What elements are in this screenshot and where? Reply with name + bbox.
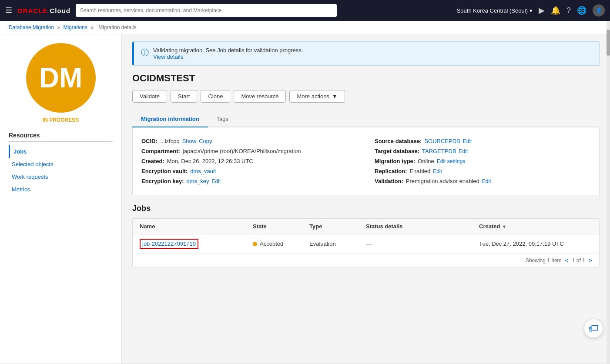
search-input[interactable]: [76, 4, 337, 17]
job-type-value: Evaluation: [309, 240, 336, 247]
col-header-type: Type: [309, 223, 366, 230]
view-details-link[interactable]: View details: [153, 53, 183, 60]
job-state-value: Accepted: [260, 240, 283, 247]
oracle-logo: ORACLE Cloud: [17, 7, 70, 14]
cell-job-type: Evaluation: [309, 240, 366, 247]
help-icon[interactable]: ?: [566, 6, 571, 15]
main-content: ⓘ Validating migration. See Job details …: [122, 34, 610, 364]
col-header-name: Name: [140, 223, 253, 230]
encryption-vault-link[interactable]: dms_vault: [190, 168, 216, 174]
breadcrumb-sep-2: »: [90, 24, 95, 30]
ocid-show-link[interactable]: Show: [182, 138, 197, 144]
avatar-initials: DM: [39, 62, 83, 94]
more-actions-button[interactable]: More actions ▼: [289, 90, 345, 103]
target-db-row: Target database: TARGETPDB Edit: [375, 146, 590, 156]
info-right-column: Source database: SOURCEPDB Edit Target d…: [375, 136, 590, 186]
info-left-column: OCID: ...lzfcpq Show Copy Compartment: j…: [141, 136, 357, 186]
info-banner-body: Validating migration. See Job details fo…: [153, 47, 303, 60]
breadcrumb: Database Migration » Migrations » Migrat…: [0, 21, 610, 34]
region-selector[interactable]: South Korea Central (Seoul) ▾: [457, 7, 533, 14]
breadcrumb-current: Migration details: [98, 24, 136, 30]
jobs-title: Jobs: [132, 204, 600, 213]
resources-title: Resources: [9, 132, 113, 142]
info-grid: OCID: ...lzfcpq Show Copy Compartment: j…: [141, 136, 590, 186]
breadcrumb-database-migration[interactable]: Database Migration: [9, 24, 54, 30]
migration-status: IN PROGRESS: [43, 117, 79, 123]
sidebar-item-metrics[interactable]: Metrics: [9, 183, 113, 196]
chevron-down-icon: ▾: [530, 7, 533, 14]
target-db-edit[interactable]: Edit: [459, 148, 468, 154]
target-db-link[interactable]: TARGETPDB: [422, 148, 456, 154]
main-container: DM IN PROGRESS Resources Jobs Selected o…: [0, 34, 610, 364]
cell-job-status-details: —: [366, 240, 479, 247]
hamburger-menu-icon[interactable]: ☰: [5, 6, 12, 15]
validate-button[interactable]: Validate: [132, 90, 167, 103]
cell-job-created: Tue, Dec 27, 2022, 09:17:19 UTC: [479, 240, 592, 247]
breadcrumb-sep-1: »: [57, 24, 61, 30]
replication-edit[interactable]: Edit: [433, 168, 442, 174]
encryption-key-edit[interactable]: Edit: [212, 178, 221, 184]
chevron-down-icon: ▼: [332, 93, 338, 100]
pagination-prev-icon[interactable]: <: [565, 257, 569, 264]
info-icon: ⓘ: [141, 47, 149, 58]
oracle-text: ORACLE: [17, 7, 47, 14]
compartment-row: Compartment: japacisVprime (root)/KOREA/…: [141, 146, 357, 156]
source-db-link[interactable]: SOURCEPDB: [424, 138, 460, 144]
pagination-showing: Showing 1 Item: [526, 257, 562, 264]
sort-arrow-icon: ▼: [502, 224, 506, 229]
move-resource-button[interactable]: Move resource: [234, 90, 286, 103]
help-widget[interactable]: 🏷: [584, 319, 603, 338]
info-panel: OCID: ...lzfcpq Show Copy Compartment: j…: [132, 127, 600, 195]
sidebar-item-work-requests[interactable]: Work requests: [9, 170, 113, 183]
resources-section: Resources Jobs Selected objects Work req…: [0, 132, 121, 196]
sidebar-item-selected-objects[interactable]: Selected objects: [9, 158, 113, 170]
tabs-bar: Migration information Tags: [132, 111, 600, 127]
scrollbar-track: [607, 21, 610, 364]
scrollbar-thumb[interactable]: [607, 30, 610, 56]
pagination-page-info: 1 of 1: [572, 257, 585, 264]
cell-job-state: Accepted: [253, 240, 309, 247]
encryption-vault-row: Encryption vault: dms_vault: [141, 166, 357, 176]
action-bar: Validate Start Clone Move resource More …: [132, 90, 600, 103]
sidebar-item-jobs[interactable]: Jobs: [9, 145, 113, 158]
table-row: job-20221227091719 Accepted Evaluation —…: [133, 234, 599, 254]
tab-migration-information[interactable]: Migration information: [132, 111, 208, 127]
bell-icon[interactable]: 🔔: [551, 6, 560, 15]
info-banner-message: Validating migration. See Job details fo…: [153, 47, 303, 53]
migration-type-row: Migration type: Online Edit settings: [375, 156, 590, 166]
col-header-created[interactable]: Created ▼: [479, 223, 592, 230]
migration-type-edit-settings[interactable]: Edit settings: [437, 158, 465, 164]
cloud-shell-icon[interactable]: ▶: [539, 6, 545, 15]
jobs-table: Name State Type Status details Created ▼: [132, 218, 600, 268]
replication-row: Replication: Enabled Edit: [375, 166, 590, 176]
page-title: OCIDMSTEST: [132, 73, 600, 84]
job-status-details-value: —: [366, 240, 372, 247]
info-banner: ⓘ Validating migration. See Job details …: [132, 41, 600, 66]
encryption-key-link[interactable]: dms_key: [187, 178, 209, 184]
source-db-row: Source database: SOURCEPDB Edit: [375, 136, 590, 146]
globe-icon[interactable]: 🌐: [577, 6, 587, 15]
job-name-link[interactable]: job-20221227091719: [140, 239, 198, 249]
clone-button[interactable]: Clone: [201, 90, 230, 103]
table-pagination: Showing 1 Item < 1 of 1 >: [133, 254, 599, 267]
topnav-right-section: South Korea Central (Seoul) ▾ ▶ 🔔 ? 🌐 👤: [457, 4, 605, 17]
col-header-state: State: [253, 223, 309, 230]
breadcrumb-migrations[interactable]: Migrations: [63, 24, 87, 30]
validation-row: Validation: Premigration advisor enabled…: [375, 176, 590, 186]
source-db-edit[interactable]: Edit: [463, 138, 472, 144]
table-header: Name State Type Status details Created ▼: [133, 219, 599, 234]
encryption-key-row: Encryption key: dms_key Edit: [141, 176, 357, 186]
start-button[interactable]: Start: [171, 90, 197, 103]
created-row: Created: Mon, Dec 26, 2022, 12:26:33 UTC: [141, 156, 357, 166]
pagination-next-icon[interactable]: >: [589, 257, 592, 264]
job-created-value: Tue, Dec 27, 2022, 09:17:19 UTC: [479, 240, 564, 247]
avatar-circle: DM: [26, 43, 96, 113]
avatar[interactable]: 👤: [593, 4, 605, 17]
ocid-copy-link[interactable]: Copy: [199, 138, 212, 144]
tab-tags[interactable]: Tags: [208, 111, 237, 127]
more-actions-label: More actions: [297, 93, 329, 100]
sidebar: DM IN PROGRESS Resources Jobs Selected o…: [0, 34, 122, 364]
region-label: South Korea Central (Seoul): [457, 7, 528, 14]
col-header-status-details: Status details: [366, 223, 479, 230]
validation-edit[interactable]: Edit: [482, 178, 491, 184]
